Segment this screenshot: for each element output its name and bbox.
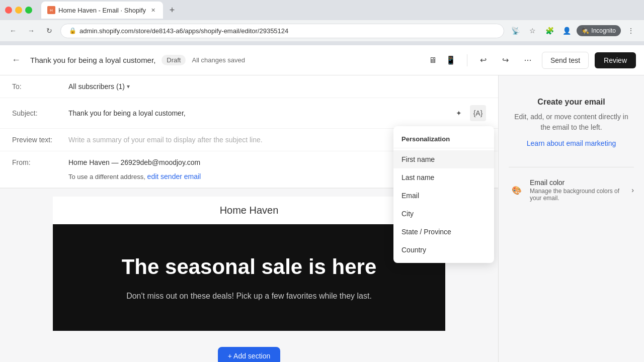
window-close-btn[interactable] xyxy=(5,7,12,14)
sidebar-divider xyxy=(509,167,634,167)
add-section-container: + Add section xyxy=(0,339,498,362)
redo-btn[interactable]: ↪ xyxy=(498,52,514,68)
lock-icon: 🔒 xyxy=(69,27,76,34)
email-color-icon: 🎨 xyxy=(509,182,525,198)
learn-link[interactable]: Learn about email marketing xyxy=(527,139,616,147)
tab-close-btn[interactable]: ✕ xyxy=(149,6,157,14)
window-minimize-btn[interactable] xyxy=(15,7,22,14)
personalization-last-name[interactable]: Last name xyxy=(393,168,494,187)
personalization-state[interactable]: State / Province xyxy=(393,223,494,241)
subject-label: Subject: xyxy=(12,109,62,117)
editor-area: To: All subscribers (1) ▾ Subject: Thank… xyxy=(0,75,498,362)
personalization-country[interactable]: Country xyxy=(393,241,494,259)
incognito-icon: 🕵 xyxy=(582,27,589,34)
email-color-info: Email color Manage the background colors… xyxy=(530,178,626,202)
personalization-first-name[interactable]: First name xyxy=(393,150,494,168)
personalization-header: Personalization xyxy=(393,130,494,148)
personalization-city[interactable]: City xyxy=(393,205,494,223)
refresh-btn[interactable]: ↻ xyxy=(42,24,56,38)
new-tab-btn[interactable]: + xyxy=(165,3,179,17)
subscribers-chevron-icon: ▾ xyxy=(127,83,130,90)
incognito-label: Incognito xyxy=(591,27,616,34)
draft-badge: Draft xyxy=(162,55,186,65)
profile-icon[interactable]: 👤 xyxy=(559,24,574,38)
email-brand-name: Home Haven xyxy=(53,197,445,224)
personalization-email[interactable]: Email xyxy=(393,187,494,205)
from-helper-text: To use a different address, xyxy=(68,173,145,180)
to-label: To: xyxy=(12,82,62,90)
saved-label: All changes saved xyxy=(192,56,245,64)
toolbar-back-btn[interactable]: ← xyxy=(8,52,24,68)
subscribers-dropdown[interactable]: All subscribers (1) ▾ xyxy=(68,82,130,90)
tab-favicon: H xyxy=(47,6,55,14)
email-fields: To: All subscribers (1) ▾ Subject: Thank… xyxy=(0,75,498,189)
add-section-btn[interactable]: + Add section xyxy=(218,347,280,362)
back-btn[interactable]: ← xyxy=(6,24,20,38)
email-color-desc: Manage the background colors of your ema… xyxy=(530,188,626,202)
browser-tab-active[interactable]: H Home Haven - Email · Shopify ✕ xyxy=(41,2,163,19)
address-bar[interactable]: 🔒 admin.shopify.com/store/de8143-a6/apps… xyxy=(60,24,504,38)
email-preview: Home Haven The seasonal sale is here Don… xyxy=(53,197,445,331)
incognito-badge: 🕵 Incognito xyxy=(577,25,621,36)
menu-icon[interactable]: ⋮ xyxy=(624,24,638,38)
from-value: Home Haven — 26929deb@moodjoy.com xyxy=(68,158,200,166)
email-color-title: Email color xyxy=(530,178,626,187)
toolbar-separator xyxy=(467,54,467,66)
personalize-icon: {A} xyxy=(473,109,483,117)
subject-value[interactable]: Thank you for being a loyal customer, xyxy=(68,109,445,117)
preview-label: Preview text: xyxy=(12,136,62,144)
mobile-view-btn[interactable]: 📱 xyxy=(443,52,459,68)
bookmark-icon[interactable]: ☆ xyxy=(525,24,539,38)
create-email-desc: Edit, add, or move content directly in t… xyxy=(514,112,629,133)
subscribers-value-text: All subscribers (1) xyxy=(68,82,125,90)
undo-btn[interactable]: ↩ xyxy=(475,52,492,68)
subject-actions: ✦ {A} xyxy=(451,105,486,121)
back-arrow-icon: ← xyxy=(12,55,21,65)
extensions-icon[interactable]: 🧩 xyxy=(542,24,556,38)
tab-label: Home Haven - Email · Shopify xyxy=(58,7,146,14)
right-sidebar: Create your email Edit, add, or move con… xyxy=(498,75,644,362)
to-row: To: All subscribers (1) ▾ xyxy=(0,75,498,98)
subject-magic-btn[interactable]: ✦ xyxy=(451,105,467,121)
from-label: From: xyxy=(12,158,62,166)
desktop-view-btn[interactable]: 🖥 xyxy=(425,52,441,68)
subject-row: Subject: Thank you for being a loyal cus… xyxy=(0,98,498,129)
edit-sender-link[interactable]: edit sender email xyxy=(147,172,201,180)
address-text: admin.shopify.com/store/de8143-a6/apps/s… xyxy=(79,27,496,35)
email-banner-desc: Don't miss out on these deals! Pick up a… xyxy=(73,292,425,301)
create-email-section: Create your email Edit, add, or move con… xyxy=(509,87,634,163)
create-email-title: Create your email xyxy=(514,98,629,107)
app-toolbar: ← Thank you for being a loyal customer, … xyxy=(0,45,644,75)
email-banner-title: The seasonal sale is here xyxy=(73,254,425,280)
send-test-btn[interactable]: Send test xyxy=(542,52,589,69)
window-maximize-btn[interactable] xyxy=(25,7,32,14)
email-color-row[interactable]: 🎨 Email color Manage the background colo… xyxy=(509,171,634,209)
subject-personalize-btn[interactable]: {A} xyxy=(470,105,486,121)
email-title: Thank you for being a loyal customer, xyxy=(30,56,155,64)
email-color-chevron-icon: › xyxy=(631,186,634,194)
personalization-dropdown: Personalization First name Last name Ema… xyxy=(393,126,494,263)
cast-icon[interactable]: 📡 xyxy=(508,24,522,38)
forward-btn[interactable]: → xyxy=(24,24,38,38)
email-banner: The seasonal sale is here Don't miss out… xyxy=(53,224,445,331)
more-options-btn[interactable]: ··· xyxy=(520,52,536,68)
review-btn[interactable]: Review xyxy=(595,52,636,68)
